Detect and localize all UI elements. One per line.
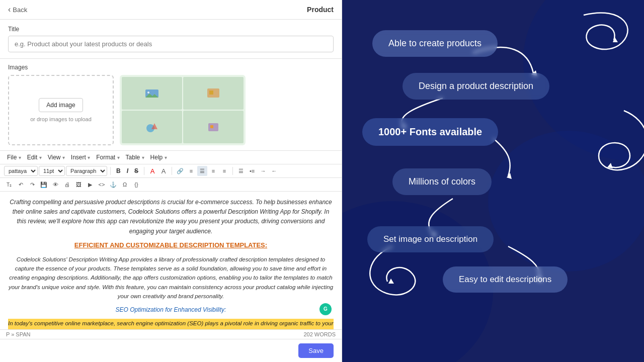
editor-statusbar: P » SPAN 202 WORDS xyxy=(0,329,342,339)
svg-rect-4 xyxy=(209,90,213,95)
feature-pill-create: Able to create products xyxy=(372,30,498,57)
menu-help[interactable]: Help ▾ xyxy=(147,153,170,162)
add-image-button[interactable]: Add image xyxy=(39,98,83,112)
svg-rect-8 xyxy=(210,125,213,128)
source-button[interactable]: {} xyxy=(131,179,141,190)
align-left-button[interactable]: ≡ xyxy=(186,166,196,176)
redo-button[interactable]: ↷ xyxy=(27,179,37,190)
upload-dropzone[interactable]: Add image or drop images to upload xyxy=(8,75,114,145)
eye-button[interactable]: 👁 xyxy=(50,179,60,190)
svg-marker-13 xyxy=(613,37,618,42)
toolbar-tools-row: T₂ ↶ ↷ 💾 👁 🖨 🖼 ▶ <> ⚓ Ω {} xyxy=(0,178,342,192)
save-button[interactable]: Save xyxy=(298,343,334,358)
svg-point-11 xyxy=(488,131,644,272)
italic-button[interactable]: I xyxy=(124,166,131,175)
editor-heading: Efficient and Customizable Description T… xyxy=(8,240,334,251)
menu-table[interactable]: Table ▾ xyxy=(123,153,147,162)
strikethrough-button[interactable]: S xyxy=(132,166,141,175)
print-button[interactable]: 🖨 xyxy=(62,179,72,190)
save-tool-button[interactable]: 💾 xyxy=(39,179,49,190)
align-right-button[interactable]: ≡ xyxy=(208,166,218,176)
indent-button[interactable]: → xyxy=(258,166,268,176)
editor-intro-text: Crafting compelling and persuasive produ… xyxy=(8,198,334,236)
font-size-select[interactable]: 11pt xyxy=(39,166,65,176)
title-section: Title xyxy=(0,20,342,59)
preview-cell-4 xyxy=(183,111,244,143)
subscript-button[interactable]: T₂ xyxy=(4,179,14,190)
bullet-list-button[interactable]: •≡ xyxy=(247,166,257,176)
special-char-button[interactable]: Ω xyxy=(120,179,130,190)
editor-path: P » SPAN xyxy=(6,331,31,337)
title-input[interactable] xyxy=(8,36,334,52)
link-button[interactable]: 🔗 xyxy=(175,166,185,176)
feature-pill-fonts: 1000+ Fonts available xyxy=(362,118,498,146)
paragraph-style-select[interactable]: Paragraph xyxy=(66,166,107,176)
right-panel: Able to create products Design a product… xyxy=(342,0,644,362)
svg-point-1 xyxy=(147,92,149,94)
feature-pill-design: Design a product description xyxy=(403,73,549,100)
font-color-picker[interactable]: A xyxy=(147,166,157,176)
bold-button[interactable]: B xyxy=(114,166,123,175)
product-label: Product xyxy=(307,6,334,14)
align-justify-button[interactable]: ≡ xyxy=(219,166,229,176)
anchor-button[interactable]: ⚓ xyxy=(108,179,118,190)
preview-grid xyxy=(120,75,246,145)
list-button[interactable]: ☰ xyxy=(236,166,246,176)
editor-highlighted-text: In today's competitive online marketplac… xyxy=(8,319,334,329)
drop-text: or drop images to upload xyxy=(30,116,92,122)
feature-pill-colors: Millions of colors xyxy=(392,168,492,195)
preview-cell-1 xyxy=(122,77,182,110)
feature-pill-edit: Easy to edit descriptions xyxy=(443,266,568,293)
editor-content[interactable]: Crafting compelling and persuasive produ… xyxy=(0,192,342,329)
menu-edit[interactable]: Edit ▾ xyxy=(24,153,45,162)
images-label: Images xyxy=(8,64,334,71)
images-section: Images Add image or drop images to uploa… xyxy=(0,59,342,151)
toolbar-format-row: pattaya 11pt Paragraph B I S A A 🔗 ≡ ☰ ≡… xyxy=(0,164,342,178)
editor-section: File ▾ Edit ▾ View ▾ Insert ▾ Format ▾ T… xyxy=(0,151,342,339)
font-family-select[interactable]: pattaya xyxy=(4,166,38,176)
align-center-button[interactable]: ☰ xyxy=(197,166,207,176)
images-row: Add image or drop images to upload xyxy=(8,75,334,145)
menu-file[interactable]: File ▾ xyxy=(4,153,24,162)
left-panel: Back Product Title Images Add image or d… xyxy=(0,0,342,362)
bottom-bar: Save xyxy=(0,339,342,362)
undo-button[interactable]: ↶ xyxy=(16,179,26,190)
code-button[interactable]: <> xyxy=(97,179,107,190)
divider-3 xyxy=(172,167,172,175)
menu-view[interactable]: View ▾ xyxy=(45,153,68,162)
svg-marker-15 xyxy=(607,163,613,168)
menu-format[interactable]: Format ▾ xyxy=(93,153,122,162)
divider-1 xyxy=(110,167,111,175)
editor-body-text: Codelock Solutions' Description Writing … xyxy=(8,255,334,301)
highlight-color-picker[interactable]: A xyxy=(158,166,169,176)
svg-marker-18 xyxy=(388,279,394,284)
image-tool-button[interactable]: 🖼 xyxy=(73,179,84,190)
title-label: Title xyxy=(8,26,334,33)
back-button[interactable]: Back xyxy=(8,5,27,14)
preview-cell-3 xyxy=(122,111,182,143)
preview-cell-2 xyxy=(183,77,244,110)
divider-2 xyxy=(144,167,144,175)
toolbar-menu-row: File ▾ Edit ▾ View ▾ Insert ▾ Format ▾ T… xyxy=(0,151,342,164)
menu-insert[interactable]: Insert ▾ xyxy=(68,153,93,162)
preview-image xyxy=(120,75,246,145)
divider-4 xyxy=(232,167,233,175)
svg-marker-16 xyxy=(507,173,512,179)
editor-subheading: SEO Optimization for Enhanced Visibility… xyxy=(8,305,334,315)
media-button[interactable]: ▶ xyxy=(85,179,95,190)
top-bar: Back Product xyxy=(0,0,342,20)
grammarly-badge: G xyxy=(319,303,332,315)
outdent-button[interactable]: ← xyxy=(269,166,279,176)
feature-pill-image: Set image on description xyxy=(367,226,494,252)
word-count: 202 WORDS xyxy=(303,331,336,337)
